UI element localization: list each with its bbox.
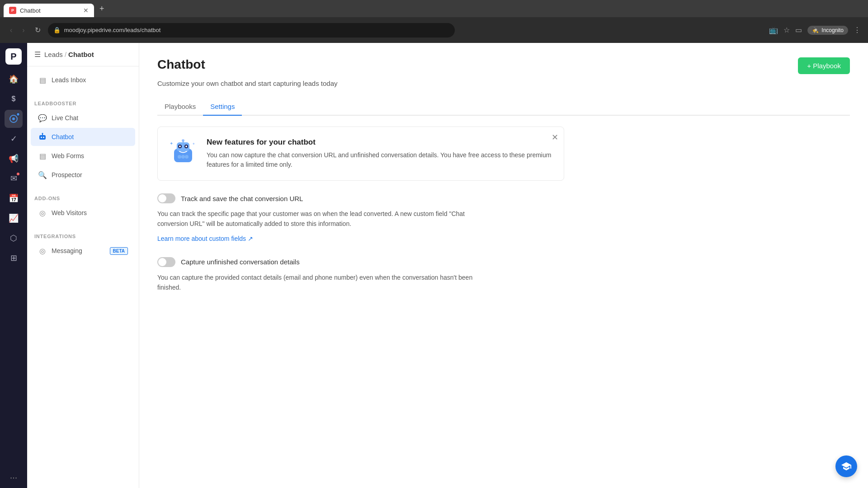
nav-item-live-chat[interactable]: 💬 Live Chat bbox=[31, 109, 135, 127]
tabs: Playbooks Settings bbox=[157, 98, 850, 116]
nav-item-messaging-label: Messaging bbox=[52, 247, 82, 254]
sidebar-icon-integrations[interactable]: ⬡ bbox=[5, 229, 23, 247]
sidebar-icon-deals[interactable]: $ bbox=[5, 90, 23, 108]
nav-item-leads-inbox[interactable]: ▤ Leads Inbox bbox=[31, 71, 135, 89]
svg-point-6 bbox=[42, 133, 43, 134]
sidebar-icon-reports[interactable]: 📈 bbox=[5, 209, 23, 227]
tab-title: Chatbot bbox=[20, 7, 41, 14]
browser-toolbar: ‹ › ↻ 🔒 moodjoy.pipedrive.com/leads/chat… bbox=[0, 17, 868, 43]
svg-text:✦: ✦ bbox=[170, 141, 173, 146]
toggle1-description: You can track the specific page that you… bbox=[157, 209, 483, 229]
sidebar-icon-campaigns[interactable]: 📢 bbox=[5, 150, 23, 168]
incognito-icon: 🕵 bbox=[812, 27, 819, 33]
messaging-icon: ◎ bbox=[38, 246, 47, 255]
sidebar-icon-activities[interactable]: ✓ bbox=[5, 130, 23, 148]
settings-toggle2-section: Capture unfinished conversation details … bbox=[157, 257, 564, 293]
tab-favicon: P bbox=[9, 7, 16, 14]
page-title-block: Chatbot bbox=[157, 57, 205, 72]
svg-point-3 bbox=[41, 137, 42, 138]
nav-item-web-forms[interactable]: ▤ Web Forms bbox=[31, 147, 135, 165]
main-layout: Chatbot + Playbook Customize your own ch… bbox=[139, 43, 868, 488]
toggle2[interactable] bbox=[157, 257, 175, 267]
svg-point-15 bbox=[178, 155, 181, 159]
feature-card: ✦ ✦ New features for your chatbot You ca… bbox=[157, 127, 564, 181]
browser-tabs: P Chatbot ✕ + bbox=[0, 0, 868, 17]
nav-section-addons: ADD-ONS ◎ Web Visitors bbox=[27, 188, 139, 226]
menu-btn[interactable]: ⋮ bbox=[854, 26, 861, 34]
page-header: Chatbot + Playbook bbox=[157, 57, 850, 74]
svg-point-13 bbox=[179, 145, 181, 147]
tab-close-btn[interactable]: ✕ bbox=[83, 7, 89, 14]
leadbooster-label: LEADBOOSTER bbox=[27, 97, 139, 108]
page-title: Chatbot bbox=[157, 57, 205, 72]
leads-notification bbox=[16, 113, 20, 116]
sidebar-btn[interactable]: ▭ bbox=[795, 26, 802, 34]
sidebar-icon-dashboard[interactable]: ⊞ bbox=[5, 249, 23, 267]
logo-icon: P bbox=[10, 52, 16, 62]
help-fab-btn[interactable] bbox=[835, 455, 857, 477]
breadcrumb-parent[interactable]: Leads bbox=[44, 51, 63, 58]
nav-header: ☰ Leads / Chatbot bbox=[27, 43, 139, 66]
new-tab-btn[interactable]: + bbox=[96, 2, 108, 15]
nav-item-prospector-label: Prospector bbox=[52, 171, 82, 178]
nav-item-messaging[interactable]: ◎ Messaging BETA bbox=[31, 242, 135, 260]
address-bar[interactable]: 🔒 moodjoy.pipedrive.com/leads/chatbot bbox=[48, 23, 455, 38]
content-area: Chatbot + Playbook Customize your own ch… bbox=[139, 43, 868, 488]
back-btn[interactable]: ‹ bbox=[7, 24, 15, 36]
graduation-cap-icon bbox=[841, 461, 852, 472]
nav-item-web-visitors-label: Web Visitors bbox=[52, 209, 87, 216]
feature-card-title: New features for your chatbot bbox=[207, 138, 553, 147]
toggle2-description: You can capture the provided contact det… bbox=[157, 272, 483, 293]
leads-inbox-icon: ▤ bbox=[38, 75, 47, 84]
sidebar-icon-leads[interactable] bbox=[5, 110, 23, 128]
toggle1-row: Track and save the chat conversion URL bbox=[157, 193, 564, 203]
playbook-button[interactable]: + Playbook bbox=[798, 57, 850, 74]
refresh-btn[interactable]: ↻ bbox=[32, 24, 43, 36]
web-forms-icon: ▤ bbox=[38, 151, 47, 160]
feature-card-content: New features for your chatbot You can no… bbox=[207, 138, 553, 169]
tab-playbooks[interactable]: Playbooks bbox=[157, 98, 203, 116]
nav-item-leads-inbox-label: Leads Inbox bbox=[52, 76, 86, 84]
learn-more-link[interactable]: Learn more about custom fields ↗ bbox=[157, 235, 253, 242]
mail-notification bbox=[16, 172, 20, 176]
bookmark-btn[interactable]: ☆ bbox=[783, 26, 790, 34]
incognito-label: Incognito bbox=[821, 27, 844, 33]
left-nav: ☰ Leads / Chatbot ▤ Leads Inbox LEADBOOS… bbox=[27, 43, 139, 488]
icon-sidebar: P 🏠 $ ✓ 📢 ✉ 📅 📈 ⬡ ⊞ ··· bbox=[0, 43, 27, 488]
toggle1[interactable] bbox=[157, 193, 175, 203]
svg-rect-2 bbox=[39, 135, 46, 140]
sidebar-icon-calendar[interactable]: 📅 bbox=[5, 189, 23, 207]
svg-text:✦: ✦ bbox=[192, 142, 195, 146]
messaging-beta-badge: BETA bbox=[110, 247, 128, 255]
nav-section-main: ▤ Leads Inbox bbox=[27, 66, 139, 94]
browser-actions: 📺 ☆ ▭ 🕵 Incognito ⋮ bbox=[769, 26, 861, 35]
chatbot-icon bbox=[38, 132, 47, 141]
app-logo[interactable]: P bbox=[5, 48, 22, 65]
bot-illustration: ✦ ✦ bbox=[169, 138, 198, 167]
nav-item-live-chat-label: Live Chat bbox=[52, 114, 78, 122]
svg-rect-10 bbox=[183, 141, 184, 143]
nav-toggle-btn[interactable]: ☰ bbox=[34, 50, 41, 59]
breadcrumb-current: Chatbot bbox=[68, 51, 94, 58]
live-chat-icon: 💬 bbox=[38, 113, 47, 122]
toggle2-row: Capture unfinished conversation details bbox=[157, 257, 564, 267]
nav-item-chatbot[interactable]: Chatbot bbox=[31, 128, 135, 146]
feature-card-close-btn[interactable]: ✕ bbox=[552, 132, 558, 142]
url-text: moodjoy.pipedrive.com/leads/chatbot bbox=[64, 27, 161, 33]
active-tab[interactable]: P Chatbot ✕ bbox=[4, 4, 94, 17]
svg-point-16 bbox=[181, 155, 185, 159]
tab-settings[interactable]: Settings bbox=[203, 98, 242, 116]
cast-btn[interactable]: 📺 bbox=[769, 26, 778, 34]
svg-point-17 bbox=[185, 155, 189, 159]
nav-section-leadbooster: LEADBOOSTER 💬 Live Chat Chatbot bbox=[27, 94, 139, 188]
sidebar-icon-home[interactable]: 🏠 bbox=[5, 70, 23, 88]
browser-chrome: P Chatbot ✕ + ‹ › ↻ 🔒 moodjoy.pipedrive.… bbox=[0, 0, 868, 43]
nav-item-web-visitors[interactable]: ◎ Web Visitors bbox=[31, 204, 135, 222]
sidebar-more-btn[interactable]: ··· bbox=[10, 472, 18, 483]
svg-point-1 bbox=[12, 117, 15, 120]
sidebar-icon-mail[interactable]: ✉ bbox=[5, 169, 23, 188]
app: P 🏠 $ ✓ 📢 ✉ 📅 📈 ⬡ ⊞ ··· ☰ Leads / bbox=[0, 43, 868, 488]
nav-item-chatbot-label: Chatbot bbox=[52, 133, 74, 141]
forward-btn[interactable]: › bbox=[19, 24, 27, 36]
nav-item-prospector[interactable]: 🔍 Prospector bbox=[31, 166, 135, 184]
